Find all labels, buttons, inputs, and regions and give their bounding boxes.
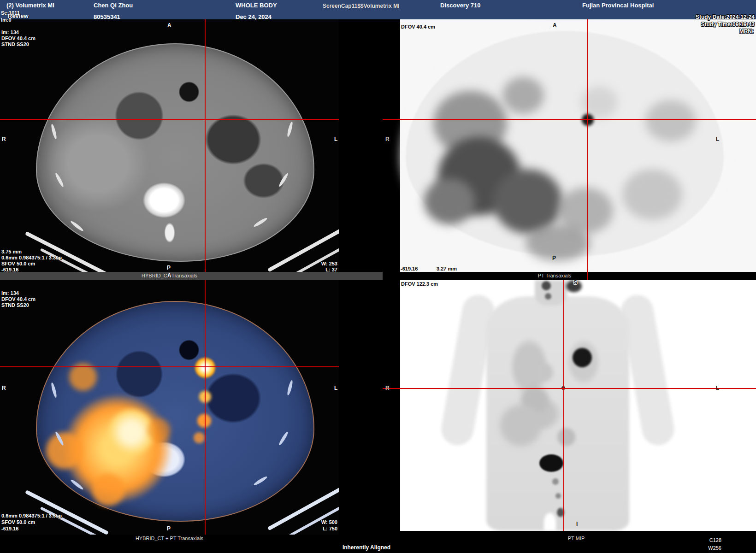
- mip-uptake-feature: [542, 281, 551, 290]
- pt-uptake-feature: [622, 169, 682, 220]
- orientation-marker-left: L: [334, 385, 337, 391]
- ct-window-level: L: 37: [277, 267, 337, 272]
- fused-hot-region: [197, 414, 211, 428]
- ct-window-width: W: 253: [277, 261, 337, 266]
- crosshair-horizontal-fused[interactable]: [0, 366, 339, 367]
- header-bar: (2) Volumetrix MI Chen Qi Zhou 80535341 …: [0, 0, 756, 19]
- app-title: (2) Volumetrix MI: [6, 2, 54, 9]
- mip-hot-lesion: [573, 348, 592, 367]
- fused-hot-region: [194, 432, 205, 443]
- mip-uptake-feature: [535, 363, 553, 382]
- pt-uptake-feature: [502, 77, 544, 114]
- study-description: WHOLE BODY: [236, 2, 277, 9]
- fused-hot-region: [69, 363, 97, 391]
- patient-id: 80535341: [94, 13, 120, 20]
- crosshair-vertical-pt[interactable]: [587, 19, 588, 272]
- study-date-overlay: Study Date:2024-12-24: [696, 14, 755, 20]
- arm-streak: [40, 506, 103, 535]
- scanner-name: Discovery 710: [440, 2, 480, 9]
- viewport-gutter: [383, 19, 400, 272]
- mip-window-center: C128: [682, 537, 721, 543]
- orientation-marker-posterior: P: [167, 525, 171, 532]
- crosshair-vertical-ct[interactable]: [205, 19, 206, 272]
- mip-uptake-feature: [545, 293, 551, 300]
- viewport-pt[interactable]: [383, 19, 756, 272]
- fused-window-level: L: 750: [277, 526, 337, 531]
- fused-series-label: HYBRID_CT + PT Transaxials: [0, 535, 339, 541]
- orientation-marker-superior: S: [573, 279, 577, 286]
- orientation-marker-inferior: I: [576, 521, 578, 527]
- study-date: Dec 24, 2024: [236, 13, 272, 20]
- pt-series-label: PT Transaxials: [383, 273, 726, 278]
- ct-sfov: SFOV 50.0 cm: [1, 261, 35, 266]
- crosshair-vertical-mip[interactable]: [563, 280, 564, 531]
- pt-image-body: [406, 31, 724, 257]
- orientation-marker-right: R: [2, 136, 6, 142]
- patient-name: Chen Qi Zhou: [94, 2, 133, 9]
- fused-image-number: Im: 134: [1, 290, 19, 296]
- fused-hot-region: [148, 418, 171, 441]
- orientation-marker-left: L: [334, 136, 337, 142]
- crosshair-horizontal-mip[interactable]: [383, 388, 756, 389]
- mip-uptake-feature: [500, 405, 542, 446]
- fused-window-width: W: 500: [277, 519, 337, 525]
- orientation-marker-anterior: A: [553, 22, 557, 29]
- orientation-marker-left: L: [716, 136, 719, 142]
- mip-bladder: [539, 454, 563, 472]
- image-number: Im:0: [1, 17, 12, 23]
- orientation-marker-posterior: P: [552, 255, 556, 261]
- fused-hot-region: [46, 432, 83, 469]
- mip-dfov: DFOV 122.3 cm: [401, 281, 438, 287]
- pt-uptake-feature: [645, 100, 696, 141]
- fused-recon-filter: STND SS20: [1, 302, 29, 308]
- mrn-overlay: MRN:: [739, 28, 754, 35]
- pt-dfov: DFOV 40.4 cm: [401, 24, 435, 29]
- viewport-ct[interactable]: [0, 19, 339, 272]
- fused-image-body: [36, 301, 314, 522]
- hospital-name: Fujian Provincal Hospital: [582, 2, 654, 9]
- ct-slice-location: -619.16: [1, 267, 18, 272]
- orientation-marker-right: R: [2, 385, 6, 391]
- fused-sfov: SFOV 50.0 cm: [1, 519, 35, 525]
- ct-pixel-info: 0.6mm 0.984375:1 / 3.3sp: [1, 255, 62, 260]
- fused-hot-region: [92, 474, 124, 506]
- orientation-marker-left: L: [716, 385, 719, 391]
- orientation-marker-right: R: [385, 385, 390, 391]
- ct-slice-thickness: 3.75 mm: [1, 249, 22, 254]
- screencap-title: ScreenCap11$$Volumetrix MI: [323, 3, 400, 9]
- fused-slice-location: -619.16: [1, 526, 18, 531]
- orientation-marker-anterior: A: [167, 22, 171, 29]
- orientation-marker-posterior: P: [167, 265, 171, 271]
- crosshair-vertical-fused[interactable]: [205, 280, 206, 535]
- crosshair-horizontal-pt[interactable]: [383, 119, 756, 120]
- pt-uptake-feature: [493, 169, 562, 234]
- crosshair-horizontal-ct[interactable]: [0, 119, 339, 120]
- pt-slice-location: -619.16: [401, 266, 418, 271]
- orientation-marker-right: R: [385, 136, 390, 142]
- ct-dfov: DFOV 40.4 cm: [1, 35, 35, 41]
- pt-pixel-info: 3.27 mm: [437, 266, 457, 271]
- mip-uptake-feature: [555, 493, 561, 499]
- pt-uptake-feature: [424, 178, 475, 224]
- orientation-marker-anterior: A: [167, 272, 171, 279]
- mip-uptake-feature: [552, 478, 559, 485]
- study-time-overlay: Study Time:09:19:43: [701, 21, 755, 28]
- mip-leg-gap: [544, 513, 556, 531]
- pet-ct-viewer: (2) Volumetrix MI Chen Qi Zhou 80535341 …: [0, 0, 756, 553]
- mip-neck: [535, 280, 567, 306]
- fused-pixel-info: 0.6mm 0.984375:1 / 3.3sp: [1, 513, 62, 518]
- ct-image-number: Im: 134: [1, 29, 19, 35]
- viewport-gutter: [383, 280, 400, 531]
- fused-dfov: DFOV 40.4 cm: [1, 296, 35, 302]
- ct-recon-filter: STND SS20: [1, 41, 29, 47]
- viewport-fused[interactable]: [0, 280, 339, 535]
- ct-image-body: [36, 43, 314, 262]
- alignment-status: Inherently Aligned: [323, 544, 410, 551]
- pt-uptake-feature: [526, 224, 590, 261]
- viewport-mip[interactable]: [383, 280, 756, 531]
- mip-window-width: W256: [682, 545, 721, 551]
